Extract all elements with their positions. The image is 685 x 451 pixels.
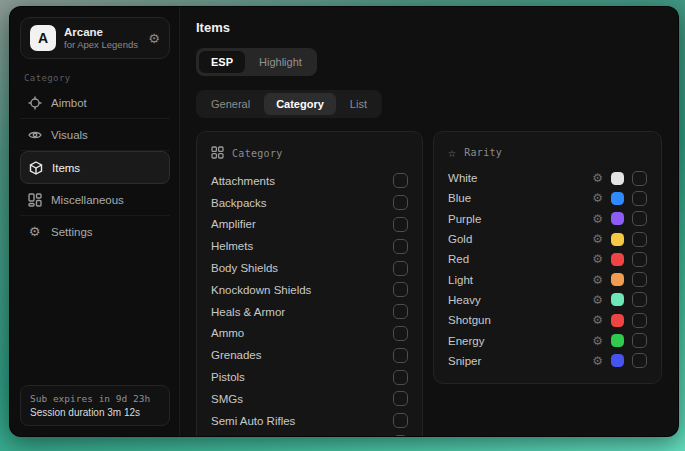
rarity-row: Heavy⚙ <box>448 290 647 310</box>
checkbox[interactable] <box>632 211 647 226</box>
toggle-option-highlight[interactable]: Highlight <box>247 51 314 73</box>
sidebar-item-label: Aimbot <box>51 97 87 109</box>
category-label: Amplifier <box>211 218 256 230</box>
rarity-panel-title: Rarity <box>464 147 502 158</box>
checkbox[interactable] <box>632 252 647 267</box>
color-swatch[interactable] <box>611 293 624 306</box>
category-panel: Category Attachments Backpacks Amplifier… <box>196 131 423 436</box>
category-label: Attachments <box>211 175 275 187</box>
rarity-label: Purple <box>448 213 481 225</box>
sidebar: A Arcane for Apex Legends ⚙ Category Aim… <box>10 7 180 436</box>
checkbox[interactable] <box>393 413 408 428</box>
checkbox[interactable] <box>632 171 647 186</box>
sub-expires-text: Sub expires in 9d 23h <box>30 393 160 404</box>
sidebar-item-label: Visuals <box>51 129 88 141</box>
gear-icon[interactable]: ⚙ <box>148 32 160 45</box>
color-swatch[interactable] <box>611 273 624 286</box>
checkbox[interactable] <box>393 217 408 232</box>
gear-icon[interactable]: ⚙ <box>592 172 603 184</box>
gear-icon[interactable]: ⚙ <box>592 294 603 306</box>
checkbox[interactable] <box>632 232 647 247</box>
rarity-label: Heavy <box>448 294 481 306</box>
crosshair-icon <box>27 95 42 110</box>
checkbox[interactable] <box>393 391 408 406</box>
category-row: Pistols <box>211 366 408 388</box>
category-row: Backpacks <box>211 192 408 214</box>
category-row: Attachments <box>211 170 408 192</box>
checkbox[interactable] <box>632 272 647 287</box>
checkbox[interactable] <box>393 261 408 276</box>
color-swatch[interactable] <box>611 192 624 205</box>
app-title: Arcane <box>64 26 138 38</box>
checkbox[interactable] <box>632 191 647 206</box>
checkbox[interactable] <box>393 435 408 436</box>
rarity-label: Sniper <box>448 355 481 367</box>
category-row: Amplifier <box>211 214 408 236</box>
tab-category[interactable]: Category <box>264 93 336 115</box>
checkbox[interactable] <box>393 282 408 297</box>
app-header-card: A Arcane for Apex Legends ⚙ <box>20 17 170 59</box>
color-swatch[interactable] <box>611 233 624 246</box>
category-label: Body Shields <box>211 262 278 274</box>
rarity-row: Gold⚙ <box>448 229 647 249</box>
sidebar-item-settings[interactable]: ⚙ Settings <box>20 216 170 247</box>
rarity-row: Purple⚙ <box>448 209 647 229</box>
gear-icon[interactable]: ⚙ <box>592 355 603 367</box>
rarity-row: Red⚙ <box>448 249 647 269</box>
color-swatch[interactable] <box>611 314 624 327</box>
gear-icon[interactable]: ⚙ <box>592 253 603 265</box>
tab-list[interactable]: List <box>338 93 379 115</box>
dashboard-icon <box>27 192 42 207</box>
rarity-label: Gold <box>448 233 472 245</box>
eye-icon <box>27 127 42 142</box>
gear-icon[interactable]: ⚙ <box>592 335 603 347</box>
color-swatch[interactable] <box>611 212 624 225</box>
color-swatch[interactable] <box>611 354 624 367</box>
gear-icon[interactable]: ⚙ <box>592 274 603 286</box>
category-label: Heals & Armor <box>211 306 285 318</box>
rarity-label: Light <box>448 274 473 286</box>
checkbox[interactable] <box>393 326 408 341</box>
sidebar-item-label: Items <box>52 162 80 174</box>
panels-row: Category Attachments Backpacks Amplifier… <box>196 131 662 436</box>
sidebar-item-visuals[interactable]: Visuals <box>20 119 170 151</box>
color-swatch[interactable] <box>611 172 624 185</box>
sidebar-item-miscellaneous[interactable]: Miscellaneous <box>20 184 170 216</box>
sidebar-item-items[interactable]: Items <box>20 151 170 184</box>
toggle-option-esp[interactable]: ESP <box>199 51 245 73</box>
gear-icon[interactable]: ⚙ <box>592 192 603 204</box>
tab-general[interactable]: General <box>199 93 262 115</box>
category-label: Pistols <box>211 371 245 383</box>
checkbox[interactable] <box>393 370 408 385</box>
rarity-row: Shotgun⚙ <box>448 310 647 330</box>
rarity-panel: ☆ Rarity White⚙ Blue⚙ Purple⚙ Gold⚙ Red⚙… <box>433 131 662 384</box>
gear-icon: ⚙ <box>27 224 42 239</box>
checkbox[interactable] <box>632 313 647 328</box>
category-label: Ammo <box>211 327 244 339</box>
color-swatch[interactable] <box>611 253 624 266</box>
checkbox[interactable] <box>632 292 647 307</box>
gear-icon[interactable]: ⚙ <box>592 314 603 326</box>
checkbox[interactable] <box>632 353 647 368</box>
rarity-row: Light⚙ <box>448 269 647 289</box>
page-title: Items <box>196 20 662 35</box>
category-row: Helmets <box>211 235 408 257</box>
rarity-label: Shotgun <box>448 314 491 326</box>
category-panel-title: Category <box>232 148 283 159</box>
sidebar-item-label: Settings <box>51 226 93 238</box>
category-label: Helmets <box>211 240 253 252</box>
category-label: Knockdown Shields <box>211 284 311 296</box>
app-window: A Arcane for Apex Legends ⚙ Category Aim… <box>9 6 679 437</box>
category-label: SMGs <box>211 393 243 405</box>
color-swatch[interactable] <box>611 334 624 347</box>
category-row: SMGs <box>211 388 408 410</box>
gear-icon[interactable]: ⚙ <box>592 233 603 245</box>
gear-icon[interactable]: ⚙ <box>592 213 603 225</box>
checkbox[interactable] <box>393 195 408 210</box>
checkbox[interactable] <box>393 348 408 363</box>
checkbox[interactable] <box>393 304 408 319</box>
checkbox[interactable] <box>632 333 647 348</box>
checkbox[interactable] <box>393 239 408 254</box>
sidebar-item-aimbot[interactable]: Aimbot <box>20 87 170 119</box>
checkbox[interactable] <box>393 173 408 188</box>
